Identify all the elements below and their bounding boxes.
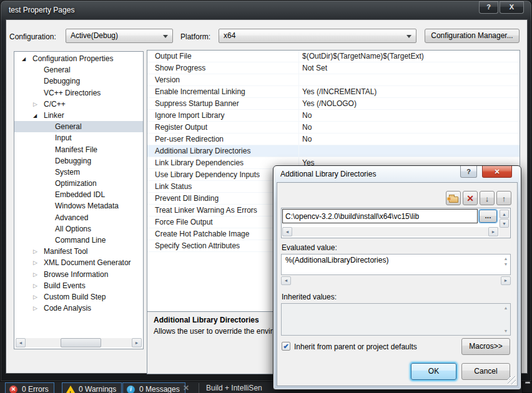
grid-row-register-output[interactable]: Register OutputNo xyxy=(147,122,520,133)
tree-collapsed-icon[interactable]: ▷ xyxy=(33,280,44,291)
list-horizontal-scrollbar[interactable]: ◄ ► xyxy=(282,227,498,236)
grid-row-per-user-redirection[interactable]: Per-user RedirectionNo xyxy=(147,133,520,145)
tree-horizontal-scrollbar[interactable]: ◄ ► xyxy=(16,338,142,347)
property-value[interactable]: Yes (/NOLOGO) xyxy=(298,98,520,109)
tree-collapsed-icon[interactable]: ▷ xyxy=(33,303,44,314)
tree-item-configuration-properties[interactable]: ◢Configuration Properties xyxy=(14,53,143,64)
tree-item-build-events[interactable]: ▷Build Events xyxy=(14,280,143,291)
tree-item-input[interactable]: Input xyxy=(14,132,143,143)
configuration-manager-button[interactable]: Configuration Manager... xyxy=(425,29,520,43)
delete-line-button[interactable]: ✕ xyxy=(463,191,478,205)
tree-item-label: Build Events xyxy=(44,281,86,290)
scrollbar-track[interactable] xyxy=(26,338,132,347)
move-up-button[interactable]: ↑ xyxy=(496,191,511,205)
grid-row-ignore-import-library[interactable]: Ignore Import LibraryNo xyxy=(147,110,520,122)
close-button[interactable]: X xyxy=(500,1,524,14)
tree-collapsed-icon[interactable]: ▷ xyxy=(33,269,44,280)
messages-toggle-button[interactable]: i 0 Messages xyxy=(122,382,185,393)
tree-item-c-c[interactable]: ▷C/C++ xyxy=(14,99,143,110)
clear-filter-icon[interactable]: ✕ xyxy=(183,384,189,392)
property-value[interactable]: No xyxy=(298,110,520,121)
move-down-button[interactable]: ↓ xyxy=(480,191,495,205)
property-value[interactable]: $(OutDir)$(TargetName)$(TargetExt) xyxy=(298,51,520,62)
property-value[interactable]: No xyxy=(298,122,520,133)
scroll-down-icon[interactable]: ▼ xyxy=(501,328,510,334)
browse-button[interactable]: ... xyxy=(479,210,497,223)
tree-item-manifest-file[interactable]: Manifest File xyxy=(14,144,143,155)
tree-item-all-options[interactable]: All Options xyxy=(14,223,143,235)
property-value[interactable]: Yes (/INCREMENTAL) xyxy=(298,86,520,97)
property-value[interactable]: No xyxy=(298,133,520,145)
scroll-right-icon[interactable]: ► xyxy=(488,227,498,236)
scroll-right-icon[interactable]: ► xyxy=(132,338,142,347)
tree-item-optimization[interactable]: Optimization xyxy=(14,178,143,189)
property-value[interactable] xyxy=(298,145,520,157)
errors-toggle-button[interactable]: ✕ 0 Errors xyxy=(5,382,54,393)
platform-dropdown[interactable]: x64 xyxy=(219,29,416,43)
macros-button[interactable]: Macros>> xyxy=(461,338,510,355)
grid-row-suppress-startup-banner[interactable]: Suppress Startup BannerYes (/NOLOGO) xyxy=(147,98,520,110)
scroll-right-icon[interactable]: ► xyxy=(501,276,511,285)
popup-close-button[interactable]: ✕ xyxy=(482,166,512,178)
tree-expanded-icon[interactable]: ◢ xyxy=(22,54,32,64)
scroll-up-icon[interactable]: ▲ xyxy=(501,305,510,311)
scroll-arrows-icon[interactable]: ▲▼ xyxy=(501,256,510,267)
scroll-left-icon[interactable]: ◄ xyxy=(282,227,292,236)
tree-collapsed-icon[interactable]: ▷ xyxy=(33,246,44,257)
new-line-button[interactable]: ✱ xyxy=(446,191,461,205)
dropdown-arrow-icon xyxy=(406,35,411,38)
grid-row-output-file[interactable]: Output File$(OutDir)$(TargetName)$(Targe… xyxy=(147,51,520,62)
tree-item-linker[interactable]: ◢Linker xyxy=(14,110,143,121)
scroll-up-icon[interactable]: ▲ xyxy=(500,210,509,218)
scroll-left-icon[interactable]: ◄ xyxy=(281,276,291,285)
tree-item-command-line[interactable]: Command Line xyxy=(14,235,143,246)
inherit-checkbox[interactable]: ✔ xyxy=(282,342,290,351)
tree-item-vc-directories[interactable]: VC++ Directories xyxy=(14,87,143,99)
property-value[interactable]: Not Set xyxy=(298,62,520,74)
tree-item-debugging[interactable]: Debugging xyxy=(14,75,143,87)
tree-collapsed-icon[interactable]: ▷ xyxy=(33,291,44,303)
tree-item-embedded-idl[interactable]: Embedded IDL xyxy=(14,189,143,200)
tree-item-windows-metadata[interactable]: Windows Metadata xyxy=(14,200,143,211)
configuration-dropdown[interactable]: Active(Debug) xyxy=(66,29,173,43)
popup-title: Additional Library Directories xyxy=(280,170,376,178)
tree-item-label: All Options xyxy=(55,225,91,233)
popup-help-button[interactable]: ? xyxy=(460,166,477,178)
tree-item-label: Custom Build Step xyxy=(44,293,106,301)
tree-collapsed-icon[interactable]: ▷ xyxy=(33,99,44,110)
tree-item-system[interactable]: System xyxy=(14,167,143,178)
property-name: Register Output xyxy=(147,122,298,133)
scroll-down-icon[interactable]: ▼ xyxy=(500,219,509,228)
ok-button[interactable]: OK xyxy=(411,363,456,380)
scroll-left-icon[interactable]: ◄ xyxy=(16,338,26,347)
tree-item-manifest-tool[interactable]: ▷Manifest Tool xyxy=(14,246,143,257)
evaluated-horizontal-scrollbar[interactable]: ◄ ► xyxy=(281,276,511,285)
scrollbar-thumb[interactable] xyxy=(61,338,101,347)
tree-item-advanced[interactable]: Advanced xyxy=(14,212,143,223)
grid-row-enable-incremental-linking[interactable]: Enable Incremental LinkingYes (/INCREMEN… xyxy=(147,86,520,98)
tree-item-code-analysis[interactable]: ▷Code Analysis xyxy=(14,303,143,314)
tree-item-general[interactable]: General xyxy=(14,64,143,75)
tree-item-custom-build-step[interactable]: ▷Custom Build Step xyxy=(14,291,143,303)
tree-item-label: C/C++ xyxy=(44,100,66,109)
property-value[interactable] xyxy=(298,74,520,85)
resize-grip[interactable] xyxy=(508,376,516,384)
build-filter-label[interactable]: Build + IntelliSen xyxy=(206,384,262,392)
tree-item-debugging[interactable]: Debugging xyxy=(14,155,143,167)
tree-collapsed-icon[interactable]: ▷ xyxy=(33,257,44,268)
help-button[interactable]: ? xyxy=(479,1,498,14)
scrollbar-track[interactable] xyxy=(291,276,501,285)
grid-row-show-progress[interactable]: Show ProgressNot Set xyxy=(147,62,520,74)
cancel-button[interactable]: Cancel xyxy=(461,363,510,380)
tree-item-xml-document-generator[interactable]: ▷XML Document Generator xyxy=(14,257,143,268)
warnings-toggle-button[interactable]: ! 0 Warnings xyxy=(62,382,122,393)
tree-item-browse-information[interactable]: ▷Browse Information xyxy=(14,269,143,280)
tree-item-general[interactable]: General xyxy=(14,121,143,132)
scrollbar-track[interactable] xyxy=(292,227,488,236)
list-vertical-scrollbar[interactable]: ▲ ▼ xyxy=(499,209,510,237)
directory-path-input[interactable] xyxy=(282,209,478,223)
tree-expanded-icon[interactable]: ◢ xyxy=(33,110,44,121)
evaluated-value-label: Evaluated value: xyxy=(282,243,337,252)
grid-row-additional-library-directories[interactable]: Additional Library Directories xyxy=(147,145,520,157)
grid-row-version[interactable]: Version xyxy=(147,74,520,86)
